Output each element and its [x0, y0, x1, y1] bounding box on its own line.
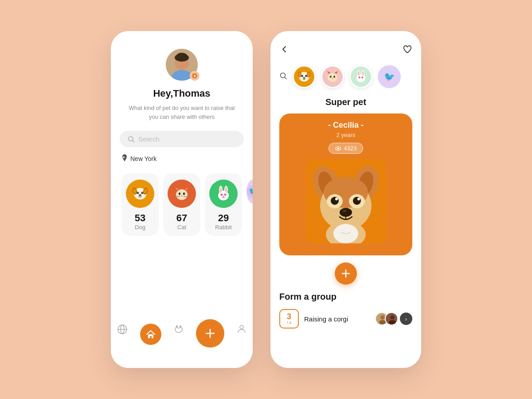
svg-point-63 [328, 73, 337, 82]
pet-age: 2 years [336, 132, 356, 138]
svg-point-14 [137, 192, 139, 194]
svg-point-40 [223, 196, 224, 197]
dog-count: 53 [135, 212, 145, 224]
pet-card-rabbit[interactable]: 29 Rabbit [205, 173, 242, 236]
svg-point-52 [240, 325, 243, 329]
svg-point-105 [390, 315, 395, 320]
rabbit-count: 29 [218, 212, 229, 224]
pet-categories: 53 Dog [120, 173, 244, 236]
subtitle-text: What kind of pet do you want to raise th… [120, 104, 244, 121]
svg-point-79 [337, 148, 339, 149]
svg-point-39 [224, 194, 227, 196]
svg-point-26 [179, 193, 180, 195]
svg-line-54 [285, 77, 287, 79]
nav-home[interactable] [140, 324, 161, 345]
bottom-nav [111, 315, 253, 368]
svg-point-91 [353, 197, 361, 205]
view-count: 4323 [344, 145, 357, 152]
section-title: Super pet [279, 97, 412, 107]
svg-point-93 [357, 198, 360, 200]
filter-extra[interactable]: 🐦 [378, 65, 401, 88]
extra-pet-circle[interactable]: 🐦 [246, 180, 253, 203]
svg-point-68 [330, 76, 331, 78]
svg-point-69 [334, 76, 335, 78]
form-group-section: Form a group 3 / 4 Raising a corgi › [279, 292, 412, 330]
svg-point-61 [305, 75, 307, 77]
pet-name: - Cecilia - [328, 121, 364, 130]
view-badge: 4323 [329, 143, 364, 154]
svg-point-36 [220, 187, 222, 193]
pet-card-cat[interactable]: 67 Cat [163, 173, 200, 236]
dog-label: Dog [135, 224, 145, 231]
svg-point-60 [301, 75, 303, 77]
svg-point-15 [141, 192, 144, 194]
svg-point-62 [303, 77, 305, 78]
right-header [279, 44, 412, 56]
filter-dog[interactable] [293, 65, 316, 88]
svg-point-18 [139, 194, 141, 196]
group-arrow[interactable]: › [400, 313, 412, 325]
left-phone: ✦ Hey,Thomas What kind of pet do you wan… [111, 31, 253, 368]
svg-line-8 [133, 141, 134, 142]
svg-rect-47 [150, 336, 152, 338]
right-phone: 🐦 Super pet - Cecilia - 2 years 4323 [270, 31, 421, 368]
svg-marker-21 [184, 187, 188, 190]
svg-point-38 [221, 194, 223, 196]
location-text: New York [130, 155, 156, 162]
add-fab[interactable] [335, 262, 357, 285]
svg-text:🐦: 🐦 [249, 187, 253, 196]
pet-card-dog[interactable]: 53 Dog [121, 173, 159, 236]
cat-icon-circle [168, 180, 196, 208]
search-placeholder: Search [138, 135, 160, 143]
heart-icon[interactable] [403, 44, 412, 56]
cat-count: 67 [176, 212, 187, 224]
svg-point-92 [335, 198, 338, 200]
svg-point-76 [359, 77, 360, 78]
svg-point-4 [176, 53, 187, 59]
svg-point-19 [176, 189, 188, 200]
svg-point-53 [281, 73, 286, 78]
location-row: New York [120, 154, 244, 163]
group-badge: 3 / 4 [279, 309, 299, 329]
corgi-image [306, 159, 386, 243]
svg-point-49 [180, 325, 181, 327]
svg-point-27 [184, 193, 184, 195]
svg-text:✦: ✦ [193, 74, 196, 78]
nav-pets[interactable] [173, 324, 184, 335]
svg-point-74 [358, 71, 360, 76]
svg-point-106 [389, 320, 396, 325]
group-badge-num: 3 [287, 313, 291, 321]
group-badge-den: / 4 [287, 321, 291, 325]
svg-point-94 [340, 208, 352, 217]
group-avatars: › [375, 312, 412, 325]
filter-search-icon[interactable] [279, 72, 287, 82]
location-pin-icon [121, 154, 128, 163]
search-bar[interactable]: Search [120, 131, 244, 147]
svg-point-102 [380, 315, 385, 320]
nav-profile[interactable] [236, 324, 247, 334]
svg-marker-20 [175, 187, 180, 190]
svg-point-77 [361, 77, 363, 78]
svg-marker-65 [334, 71, 338, 74]
search-icon [128, 136, 135, 143]
group-row: 3 / 4 Raising a corgi › [279, 307, 412, 330]
svg-point-16 [138, 192, 139, 193]
rabbit-label: Rabbit [215, 224, 232, 231]
filter-rabbit[interactable] [349, 65, 372, 88]
filter-cat[interactable] [321, 65, 344, 88]
avatar-wrapper: ✦ [166, 49, 198, 81]
svg-point-37 [225, 187, 227, 193]
back-button[interactable] [279, 44, 289, 56]
pet-filter-row: 🐦 [279, 65, 412, 88]
nav-add-button[interactable] [196, 319, 224, 348]
avatar-badge: ✦ [190, 71, 200, 81]
group-avatar-2 [385, 312, 398, 325]
nav-discover[interactable] [117, 324, 128, 335]
svg-point-17 [142, 192, 143, 193]
group-name: Raising a corgi [304, 315, 370, 323]
svg-point-75 [362, 71, 364, 76]
featured-pet-card: - Cecilia - 2 years 4323 [279, 113, 412, 255]
greeting-text: Hey,Thomas [153, 88, 210, 99]
cat-label: Cat [177, 224, 186, 231]
form-group-title: Form a group [279, 292, 412, 302]
